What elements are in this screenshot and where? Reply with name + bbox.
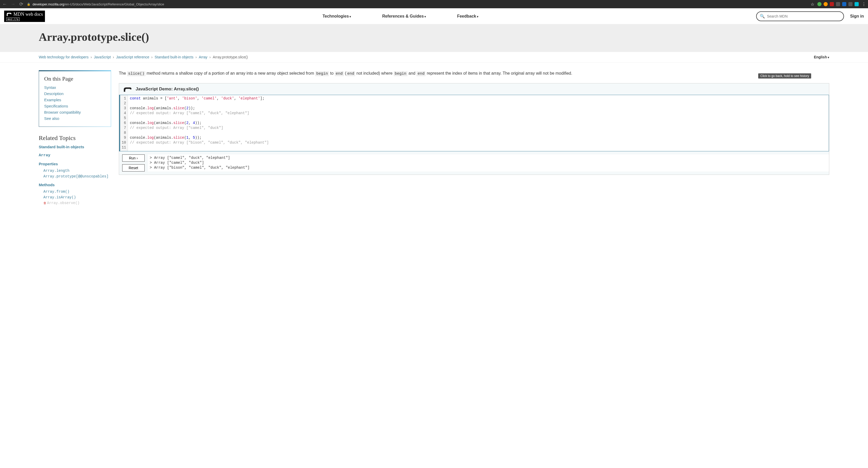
deprecated-method[interactable]: 🗑Array.observe() bbox=[43, 201, 111, 205]
related-top-link[interactable]: Standard built-in objects bbox=[39, 145, 111, 149]
breadcrumb-link[interactable]: JavaScript reference bbox=[116, 55, 149, 59]
forward-button[interactable]: → bbox=[10, 2, 16, 7]
demo-box: JavaScript Demo: Array.slice() 123456789… bbox=[119, 83, 829, 175]
demo-header: JavaScript Demo: Array.slice() bbox=[119, 84, 829, 95]
related-property-link[interactable]: Array.prototype[@@unscopables] bbox=[43, 174, 108, 179]
search-box[interactable]: 🔍 bbox=[756, 11, 844, 21]
title-banner: Array.prototype.slice() bbox=[0, 24, 868, 52]
related-heading: Related Topics bbox=[39, 134, 111, 142]
toc-link[interactable]: Specifications bbox=[44, 104, 68, 108]
related-property-link[interactable]: Array.length bbox=[43, 169, 69, 173]
demo-dino-icon bbox=[123, 86, 132, 92]
extension-icon[interactable] bbox=[836, 2, 840, 6]
breadcrumb-bar: Web technology for developers›JavaScript… bbox=[0, 52, 868, 63]
on-this-page-heading: On this Page bbox=[44, 75, 106, 82]
main-content: The slice() method returns a shallow cop… bbox=[119, 70, 829, 207]
bookmark-star-icon[interactable]: ☆ bbox=[811, 2, 814, 7]
code-body[interactable]: const animals = ['ant', 'bison', 'camel'… bbox=[128, 95, 829, 151]
extension-icon[interactable] bbox=[855, 2, 859, 6]
related-method-link[interactable]: Array.from() bbox=[43, 190, 69, 194]
mozilla-tag: moz://a bbox=[6, 18, 20, 21]
toc-link[interactable]: Examples bbox=[44, 98, 61, 102]
related-topics: Related Topics Standard built-in objects… bbox=[39, 134, 111, 205]
lock-icon: 🔒 bbox=[27, 3, 30, 6]
intro-paragraph: The slice() method returns a shallow cop… bbox=[119, 70, 829, 77]
breadcrumb-link[interactable]: Array bbox=[199, 55, 207, 59]
toc-link[interactable]: Description bbox=[44, 91, 64, 96]
toc-link[interactable]: Syntax bbox=[44, 85, 56, 90]
extension-icon[interactable] bbox=[848, 2, 852, 6]
reset-button[interactable]: Reset bbox=[122, 164, 145, 171]
search-input[interactable] bbox=[767, 14, 840, 18]
extension-icon[interactable] bbox=[842, 2, 846, 6]
output-panel: > Array ["camel", "duck", "elephant"] > … bbox=[148, 154, 829, 171]
content: Click to go back, hold to see history On… bbox=[0, 63, 868, 214]
run-button[interactable]: Run › bbox=[122, 154, 145, 162]
extension-icon[interactable] bbox=[824, 2, 828, 6]
nav-references[interactable]: References & Guides bbox=[382, 14, 426, 19]
related-method-link[interactable]: Array.isArray() bbox=[43, 195, 76, 199]
line-numbers: 1234567891011 bbox=[120, 95, 128, 151]
breadcrumb: Web technology for developers›JavaScript… bbox=[39, 55, 248, 59]
nav-technologies[interactable]: Technologies bbox=[322, 14, 351, 19]
extension-icon[interactable] bbox=[817, 2, 822, 6]
mdn-dino-icon bbox=[6, 12, 12, 17]
browser-menu-icon[interactable]: ⋮ bbox=[862, 2, 866, 7]
extension-icons bbox=[817, 2, 859, 6]
breadcrumb-link[interactable]: Standard built-in objects bbox=[155, 55, 193, 59]
breadcrumb-current: Array.prototype.slice() bbox=[213, 55, 248, 59]
demo-controls: Run › Reset > Array ["camel", "duck", "e… bbox=[119, 151, 829, 175]
back-tooltip: Click to go back, hold to see history bbox=[758, 73, 811, 79]
on-this-page: On this Page SyntaxDescriptionExamplesSp… bbox=[39, 70, 111, 127]
mdn-logo[interactable]: MDN web docs moz://a bbox=[4, 10, 45, 22]
main-nav: MDN web docs moz://a Technologies Refere… bbox=[0, 8, 868, 24]
address-bar[interactable]: 🔒 developer.mozilla.org/en-US/docs/Web/J… bbox=[27, 2, 808, 6]
url-text: developer.mozilla.org/en-US/docs/Web/Jav… bbox=[33, 2, 164, 6]
toc-link[interactable]: See also bbox=[44, 116, 59, 121]
sidebar: On this Page SyntaxDescriptionExamplesSp… bbox=[39, 70, 111, 207]
demo-title: JavaScript Demo: Array.slice() bbox=[135, 87, 199, 92]
extension-icon[interactable] bbox=[830, 2, 834, 6]
methods-head[interactable]: Methods bbox=[39, 183, 111, 187]
language-select[interactable]: English bbox=[814, 55, 829, 59]
toc-link[interactable]: Browser compatibility bbox=[44, 110, 81, 115]
page-title: Array.prototype.slice() bbox=[39, 30, 868, 44]
back-button[interactable]: ← bbox=[2, 2, 7, 7]
browser-chrome: ← → ⟳ 🔒 developer.mozilla.org/en-US/docs… bbox=[0, 0, 868, 8]
sign-in-link[interactable]: Sign in bbox=[850, 14, 864, 19]
reload-button[interactable]: ⟳ bbox=[19, 1, 24, 7]
trash-icon: 🗑 bbox=[43, 201, 46, 205]
breadcrumb-link[interactable]: Web technology for developers bbox=[39, 55, 89, 59]
code-editor[interactable]: 1234567891011 const animals = ['ant', 'b… bbox=[119, 95, 829, 151]
nav-feedback[interactable]: Feedback bbox=[457, 14, 478, 19]
related-category[interactable]: Array bbox=[39, 153, 111, 158]
breadcrumb-link[interactable]: JavaScript bbox=[94, 55, 111, 59]
search-icon: 🔍 bbox=[760, 14, 765, 19]
properties-head[interactable]: Properties bbox=[39, 162, 111, 166]
